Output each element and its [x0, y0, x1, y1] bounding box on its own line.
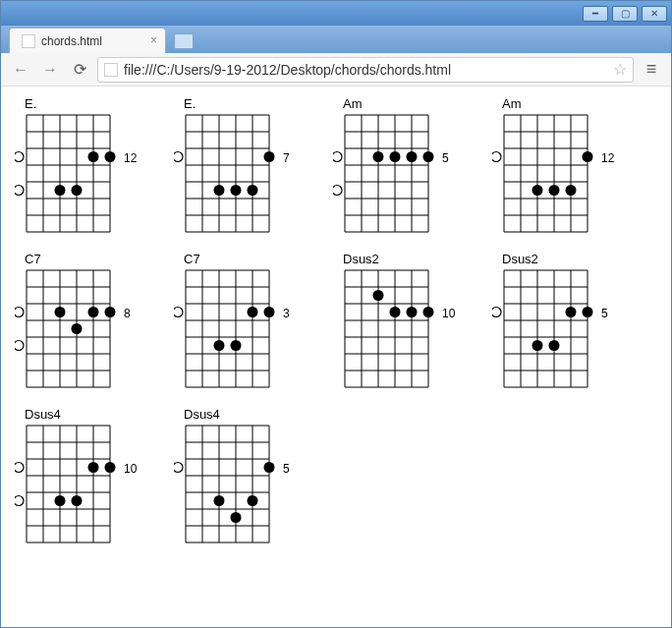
back-button[interactable]: ← — [9, 58, 32, 82]
finger-dot — [264, 462, 275, 473]
page-content: E.12E.7Am5Am12C78C73Dsus210Dsus25Dsus410… — [1, 86, 671, 627]
fretboard — [174, 113, 281, 234]
finger-dot — [72, 323, 83, 334]
open-string-marker — [174, 152, 183, 162]
fret-number-label: 12 — [124, 151, 137, 165]
finger-dot — [105, 151, 116, 162]
chord-diagram: Dsus210 — [333, 252, 471, 389]
finger-dot — [549, 340, 560, 351]
finger-dot — [423, 151, 434, 162]
fret-number-label: 5 — [442, 151, 449, 165]
finger-dot — [373, 290, 384, 301]
fretboard — [174, 268, 281, 389]
page-icon — [22, 34, 35, 48]
window-titlebar: ━ ▢ ✕ — [1, 1, 671, 26]
menu-button[interactable]: ≡ — [640, 58, 663, 82]
fret-number-label: 3 — [283, 307, 290, 320]
fret-number-label: 5 — [283, 462, 290, 476]
finger-dot — [88, 307, 99, 317]
chord-name: Dsus4 — [174, 407, 311, 422]
open-string-marker — [333, 186, 342, 196]
forward-button[interactable]: → — [38, 58, 62, 82]
finger-dot — [549, 185, 560, 196]
chord-name: C7 — [15, 252, 152, 266]
open-string-marker — [174, 463, 183, 473]
minimize-button[interactable]: ━ — [583, 6, 608, 22]
tab-title: chords.html — [41, 34, 102, 48]
chord-diagram: E.12 — [15, 96, 152, 234]
fret-number-label: 10 — [442, 307, 455, 320]
chord-diagram: Dsus25 — [492, 252, 630, 389]
chord-diagram: C73 — [174, 252, 311, 389]
finger-dot — [583, 307, 593, 317]
finger-dot — [214, 185, 225, 196]
chord-name: E. — [15, 96, 152, 111]
finger-dot — [373, 151, 384, 162]
finger-dot — [105, 307, 116, 317]
fretboard — [333, 113, 440, 234]
finger-dot — [532, 340, 543, 351]
finger-dot — [264, 151, 275, 162]
finger-dot — [55, 495, 66, 506]
open-string-marker — [333, 152, 342, 162]
fretboard — [15, 424, 122, 544]
fret-number-label: 8 — [124, 307, 131, 320]
fret-number-label: 7 — [283, 151, 290, 165]
open-string-marker — [15, 308, 24, 317]
finger-dot — [407, 151, 418, 162]
new-tab-button[interactable] — [174, 33, 194, 49]
fretboard — [174, 424, 281, 544]
browser-toolbar: ← → ⟳ file:///C:/Users/9-19-2012/Desktop… — [1, 53, 671, 86]
open-string-marker — [15, 496, 24, 506]
fretboard — [15, 268, 122, 389]
fretboard — [15, 113, 122, 234]
chord-diagram: Am5 — [333, 96, 471, 234]
bookmark-star-icon[interactable]: ☆ — [613, 60, 627, 79]
chord-name: E. — [174, 96, 311, 111]
close-tab-icon[interactable]: × — [150, 33, 157, 47]
finger-dot — [72, 495, 83, 506]
chord-name: Dsus2 — [492, 252, 630, 266]
finger-dot — [105, 462, 116, 473]
maximize-button[interactable]: ▢ — [612, 6, 638, 22]
fretboard — [492, 113, 599, 234]
reload-button[interactable]: ⟳ — [68, 58, 91, 82]
browser-tab[interactable]: chords.html × — [9, 28, 166, 53]
fretboard — [492, 268, 599, 389]
chord-diagram: Dsus45 — [174, 407, 311, 544]
close-window-button[interactable]: ✕ — [642, 6, 667, 22]
open-string-marker — [174, 308, 183, 317]
finger-dot — [248, 307, 258, 317]
finger-dot — [214, 340, 225, 351]
finger-dot — [390, 307, 401, 317]
finger-dot — [390, 151, 401, 162]
finger-dot — [248, 185, 258, 196]
finger-dot — [248, 495, 258, 506]
chord-grid: E.12E.7Am5Am12C78C73Dsus210Dsus25Dsus410… — [15, 96, 657, 544]
finger-dot — [231, 512, 242, 523]
finger-dot — [72, 185, 83, 196]
finger-dot — [88, 462, 99, 473]
chord-name: Am — [492, 96, 630, 111]
url-text: file:///C:/Users/9-19-2012/Desktop/chord… — [124, 62, 607, 78]
finger-dot — [231, 340, 242, 351]
chord-diagram: E.7 — [174, 96, 311, 234]
finger-dot — [407, 307, 418, 317]
address-bar[interactable]: file:///C:/Users/9-19-2012/Desktop/chord… — [97, 57, 634, 83]
finger-dot — [231, 185, 242, 196]
open-string-marker — [492, 152, 501, 162]
chord-diagram: Dsus410 — [15, 407, 152, 544]
finger-dot — [55, 307, 66, 317]
fret-number-label: 12 — [601, 151, 614, 165]
finger-dot — [566, 185, 577, 196]
site-icon — [104, 63, 118, 77]
fret-number-label: 5 — [601, 307, 608, 320]
chord-name: Am — [333, 96, 471, 111]
chord-name: Dsus2 — [333, 252, 471, 266]
finger-dot — [264, 307, 275, 317]
chord-diagram: C78 — [15, 252, 152, 389]
open-string-marker — [492, 308, 501, 317]
open-string-marker — [15, 152, 24, 162]
chord-name: Dsus4 — [15, 407, 152, 422]
finger-dot — [214, 495, 225, 506]
